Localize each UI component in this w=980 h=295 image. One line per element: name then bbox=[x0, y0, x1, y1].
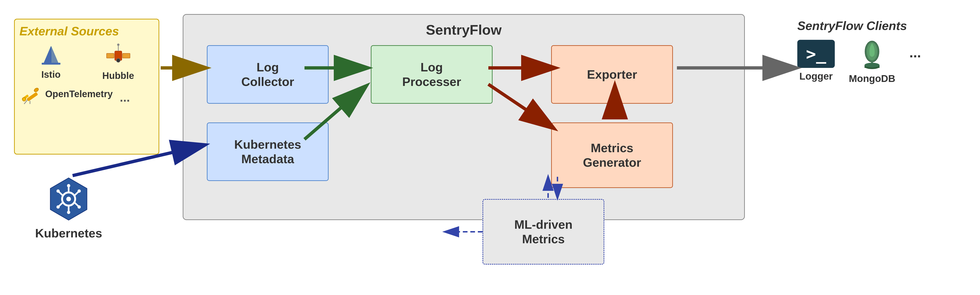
clients-box: SentryFlow Clients >_ Logger bbox=[797, 19, 966, 108]
log-processer-label: LogProcesser bbox=[402, 60, 461, 89]
log-collector-label: LogCollector bbox=[241, 60, 294, 89]
mongodb-label: MongoDB bbox=[849, 73, 895, 84]
external-sources-box: External Sources Istio bbox=[14, 19, 159, 154]
ext-icons-top-row: Istio Hubble bbox=[19, 43, 154, 81]
clients-dots: ... bbox=[909, 44, 921, 61]
sentryflow-title: SentryFlow bbox=[183, 22, 744, 38]
clients-title: SentryFlow Clients bbox=[797, 19, 966, 33]
kubernetes-box: Kubernetes bbox=[35, 176, 102, 240]
ml-driven-metrics-box: ML-drivenMetrics bbox=[482, 199, 604, 265]
svg-point-24 bbox=[67, 184, 70, 187]
svg-point-27 bbox=[78, 205, 81, 209]
svg-rect-2 bbox=[42, 63, 60, 65]
ml-metrics-label: ML-drivenMetrics bbox=[514, 217, 573, 247]
hubble-icon bbox=[105, 43, 131, 68]
clients-dots-item: ... bbox=[909, 40, 921, 61]
log-collector-box: LogCollector bbox=[207, 45, 329, 104]
clients-icons-row: >_ Logger bbox=[797, 40, 966, 84]
log-processer-box: LogProcesser bbox=[371, 45, 493, 104]
k8s-metadata-box: KubernetesMetadata bbox=[207, 122, 329, 181]
svg-point-28 bbox=[56, 205, 60, 209]
istio-icon bbox=[39, 44, 63, 67]
exporter-box: Exporter bbox=[551, 45, 673, 104]
logger-item: >_ Logger bbox=[797, 40, 835, 82]
mongodb-svg bbox=[858, 40, 886, 70]
exporter-label: Exporter bbox=[587, 67, 637, 82]
istio-label: Istio bbox=[41, 69, 60, 80]
svg-marker-1 bbox=[51, 46, 58, 63]
svg-point-11 bbox=[22, 97, 26, 101]
logger-label: Logger bbox=[799, 71, 833, 82]
svg-point-29 bbox=[78, 189, 81, 193]
svg-point-17 bbox=[66, 197, 71, 201]
otel-icon bbox=[19, 83, 41, 105]
otel-item: OpenTelemetry bbox=[19, 83, 113, 105]
external-sources-title: External Sources bbox=[19, 24, 154, 38]
hubble-label: Hubble bbox=[102, 70, 134, 81]
diagram-container: External Sources Istio bbox=[0, 0, 980, 295]
mongodb-item: MongoDB bbox=[849, 40, 895, 84]
sentryflow-box: SentryFlow LogCollector KubernetesMetada… bbox=[183, 14, 745, 220]
metrics-generator-label: MetricsGenerator bbox=[583, 141, 641, 170]
svg-point-8 bbox=[116, 59, 120, 62]
metrics-generator-box: MetricsGenerator bbox=[551, 122, 673, 188]
ext-icons-bottom-row: OpenTelemetry ... bbox=[19, 83, 154, 105]
otel-label: OpenTelemetry bbox=[45, 89, 113, 99]
svg-point-25 bbox=[67, 211, 70, 214]
kubernetes-icon bbox=[45, 176, 92, 222]
hubble-item: Hubble bbox=[102, 43, 134, 81]
svg-point-12 bbox=[33, 87, 39, 93]
external-dots: ... bbox=[120, 90, 130, 105]
svg-point-7 bbox=[117, 44, 119, 46]
svg-rect-5 bbox=[123, 53, 130, 58]
logger-icon: >_ bbox=[797, 40, 835, 68]
kubernetes-label: Kubernetes bbox=[35, 226, 102, 240]
svg-rect-4 bbox=[107, 53, 114, 58]
istio-item: Istio bbox=[39, 44, 63, 80]
svg-point-26 bbox=[56, 189, 60, 193]
k8s-metadata-label: KubernetesMetadata bbox=[234, 137, 301, 167]
svg-point-35 bbox=[864, 63, 880, 67]
svg-marker-0 bbox=[44, 46, 51, 63]
mongodb-icon bbox=[858, 40, 886, 70]
